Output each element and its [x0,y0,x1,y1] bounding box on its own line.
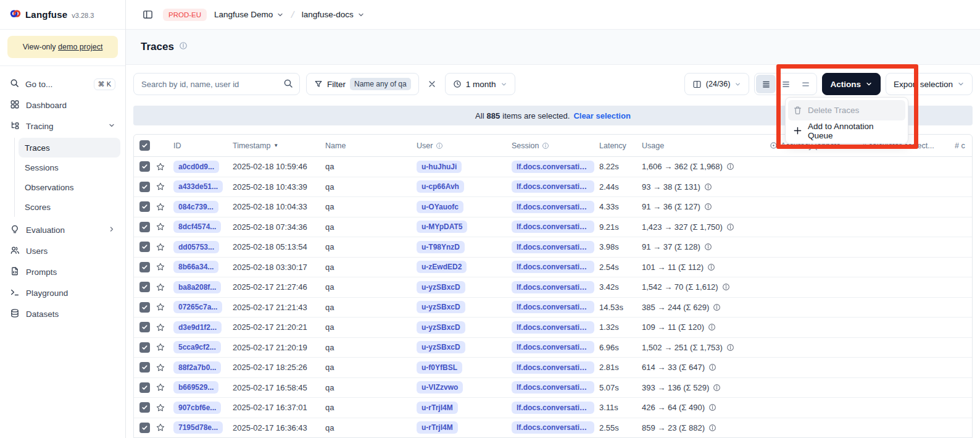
session-pill[interactable]: lf.docs.conversation... [512,180,594,193]
row-checkbox[interactable] [139,342,150,353]
column-header-timestamp[interactable]: Timestamp▼ [228,141,320,150]
table-row[interactable]: a0cd0d9... 2025-02-18 10:59:46 qa u-huJh… [134,157,972,177]
column-header-truncated[interactable]: # c [950,141,973,150]
sidebar-item-dashboard[interactable]: Dashboard [5,95,120,116]
column-visibility-button[interactable]: (24/36) [684,73,750,95]
user-pill[interactable]: u-T98YnzD [417,241,465,253]
trace-id-pill[interactable]: ba8a208f... [173,281,221,293]
row-checkbox[interactable] [139,423,150,433]
column-header-user[interactable]: User [412,141,507,150]
search-icon[interactable] [283,78,293,91]
column-header-usage[interactable]: Usage [637,141,765,150]
user-pill[interactable]: u-OYauofc [417,201,463,213]
org-selector[interactable]: Langfuse Demo [214,10,284,19]
goto-search[interactable]: Go to... ⌘ K [5,74,120,95]
clear-selection-link[interactable]: Clear selection [573,111,631,120]
sidebar-item-prompts[interactable]: Prompts [5,261,120,282]
bookmark-star-icon[interactable] [156,423,165,432]
session-pill[interactable]: lf.docs.conversation... [512,321,594,334]
menu-item-add-to-annotation-queue[interactable]: Add to Annotation Queue [788,120,905,141]
row-checkbox[interactable] [139,161,150,172]
info-icon[interactable] [704,183,712,191]
column-header-name[interactable]: Name [320,141,412,150]
bookmark-star-icon[interactable] [156,282,165,292]
trace-id-pill[interactable]: 88f2a7b0... [173,361,221,374]
session-pill[interactable]: lf.docs.conversation... [512,301,594,313]
table-row[interactable]: 084c739... 2025-02-18 10:04:33 qa u-OYau… [134,197,972,217]
row-checkbox[interactable] [139,302,150,313]
user-pill[interactable]: u-cp66Avh [417,180,464,193]
table-row[interactable]: a433de51... 2025-02-18 10:43:39 qa u-cp6… [134,177,972,198]
info-icon[interactable] [722,283,730,291]
session-pill[interactable]: lf.docs.conversation... [512,241,594,253]
info-icon[interactable] [708,424,716,432]
info-icon[interactable] [704,203,712,211]
row-checkbox[interactable] [139,382,150,393]
bookmark-star-icon[interactable] [156,222,165,232]
user-pill[interactable]: u-MYpDAT5 [417,221,467,233]
row-checkbox[interactable] [139,262,150,272]
info-icon[interactable] [726,343,734,352]
trace-id-pill[interactable]: b669529... [173,381,218,394]
bookmark-star-icon[interactable] [156,262,165,272]
session-pill[interactable]: lf.docs.conversation... [512,281,594,293]
row-checkbox[interactable] [139,402,150,413]
trace-id-pill[interactable]: 8b66a34... [173,261,218,273]
user-pill[interactable]: u-yzSBxcD [417,301,465,313]
bookmark-star-icon[interactable] [156,182,165,192]
trace-id-pill[interactable]: 8dcf4574... [173,221,221,233]
table-row[interactable]: 5cca9cf2... 2025-02-17 21:20:19 qa u-yzS… [134,338,972,358]
info-icon[interactable] [713,384,721,392]
sidebar-item-sessions[interactable]: Sessions [19,158,120,177]
table-row[interactable]: d3e9d1f2... 2025-02-17 21:20:21 qa u-yzS… [134,318,972,338]
table-row[interactable]: 07265c7a... 2025-02-17 21:21:43 qa u-yzS… [134,298,972,318]
actions-button[interactable]: Actions [822,73,881,95]
bookmark-star-icon[interactable] [156,403,165,413]
info-icon[interactable] [726,162,734,171]
row-checkbox[interactable] [139,362,150,373]
clear-filter-icon[interactable] [425,77,439,91]
info-icon[interactable] [708,363,716,371]
session-pill[interactable]: lf.docs.conversation... [512,261,594,273]
row-height-small-button[interactable] [756,75,776,93]
user-pill[interactable]: u-rTrjI4M [417,402,458,414]
info-icon[interactable] [708,403,716,411]
trace-id-pill[interactable]: dd05753... [173,241,219,253]
trace-id-pill[interactable]: 5cca9cf2... [173,341,221,353]
session-pill[interactable]: lf.docs.conversation... [512,421,594,434]
bookmark-star-icon[interactable] [156,162,165,172]
sidebar-toggle-icon[interactable] [140,7,156,22]
user-pill[interactable]: u-zEwdED2 [417,261,467,273]
table-row[interactable]: dd05753... 2025-02-18 05:13:54 qa u-T98Y… [134,237,972,258]
row-height-large-button[interactable] [795,75,815,93]
column-header-session[interactable]: Session [507,141,594,150]
trace-id-pill[interactable]: 084c739... [173,201,218,213]
info-icon[interactable] [179,41,188,53]
info-icon[interactable] [726,223,734,231]
user-pill[interactable]: u-huJhuJi [417,161,462,173]
trace-id-pill[interactable]: d3e9d1f2... [173,321,222,334]
user-pill[interactable]: u-f0YfBSL [417,361,462,374]
session-pill[interactable]: lf.docs.conversation... [512,201,594,213]
row-checkbox[interactable] [139,201,150,212]
bookmark-star-icon[interactable] [156,363,165,373]
row-checkbox[interactable] [139,282,150,292]
sidebar-item-datasets[interactable]: Datasets [5,303,120,324]
bookmark-star-icon[interactable] [156,322,165,332]
user-pill[interactable]: u-yzSBxcD [417,281,465,293]
trace-id-pill[interactable]: a0cd0d9... [173,161,219,173]
session-pill[interactable]: lf.docs.conversation... [512,402,594,414]
session-pill[interactable]: lf.docs.conversation... [512,361,594,374]
bookmark-star-icon[interactable] [156,202,165,212]
session-pill[interactable]: lf.docs.conversation... [512,381,594,394]
project-selector[interactable]: langfuse-docs [302,10,365,19]
table-row[interactable]: 88f2a7b0... 2025-02-17 18:25:26 qa u-f0Y… [134,358,972,378]
sidebar-item-tracing[interactable]: Tracing [5,116,120,137]
bookmark-star-icon[interactable] [156,342,165,352]
info-icon[interactable] [707,263,715,271]
row-checkbox[interactable] [139,222,150,232]
row-checkbox[interactable] [139,182,150,192]
session-pill[interactable]: lf.docs.conversation... [512,221,594,233]
user-pill[interactable]: u-yzSBxcD [417,341,465,353]
table-row[interactable]: 7195d78e... 2025-02-17 16:36:43 qa u-rTr… [134,418,972,438]
